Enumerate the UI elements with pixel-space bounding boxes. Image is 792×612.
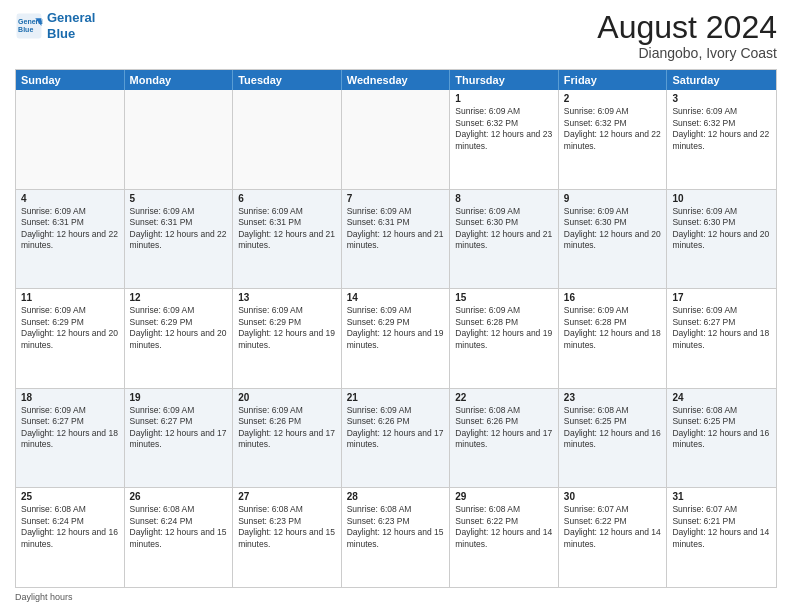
- day-detail: Sunrise: 6:09 AMSunset: 6:31 PMDaylight:…: [347, 206, 445, 252]
- day-number: 7: [347, 193, 445, 204]
- day-number: 4: [21, 193, 119, 204]
- table-row: 22 Sunrise: 6:08 AMSunset: 6:26 PMDaylig…: [450, 389, 559, 488]
- day-number: 8: [455, 193, 553, 204]
- day-number: 5: [130, 193, 228, 204]
- day-detail: Sunrise: 6:09 AMSunset: 6:32 PMDaylight:…: [455, 106, 553, 152]
- footer-note: Daylight hours: [15, 592, 777, 602]
- day-number: 31: [672, 491, 771, 502]
- table-row: 27 Sunrise: 6:08 AMSunset: 6:23 PMDaylig…: [233, 488, 342, 587]
- header: General Blue General Blue August 2024 Di…: [15, 10, 777, 61]
- day-number: 13: [238, 292, 336, 303]
- day-number: 24: [672, 392, 771, 403]
- table-row: 3 Sunrise: 6:09 AMSunset: 6:32 PMDayligh…: [667, 90, 776, 189]
- day-number: 25: [21, 491, 119, 502]
- logo-line2: Blue: [47, 26, 75, 41]
- logo-text: General Blue: [47, 10, 95, 41]
- day-number: 15: [455, 292, 553, 303]
- table-row: [125, 90, 234, 189]
- table-row: 24 Sunrise: 6:08 AMSunset: 6:25 PMDaylig…: [667, 389, 776, 488]
- day-detail: Sunrise: 6:09 AMSunset: 6:32 PMDaylight:…: [564, 106, 662, 152]
- table-row: 8 Sunrise: 6:09 AMSunset: 6:30 PMDayligh…: [450, 190, 559, 289]
- table-row: 15 Sunrise: 6:09 AMSunset: 6:28 PMDaylig…: [450, 289, 559, 388]
- day-number: 29: [455, 491, 553, 502]
- table-row: [16, 90, 125, 189]
- day-number: 20: [238, 392, 336, 403]
- day-number: 6: [238, 193, 336, 204]
- day-detail: Sunrise: 6:09 AMSunset: 6:28 PMDaylight:…: [455, 305, 553, 351]
- title-block: August 2024 Diangobo, Ivory Coast: [597, 10, 777, 61]
- day-number: 30: [564, 491, 662, 502]
- table-row: 25 Sunrise: 6:08 AMSunset: 6:24 PMDaylig…: [16, 488, 125, 587]
- day-number: 10: [672, 193, 771, 204]
- day-number: 1: [455, 93, 553, 104]
- day-detail: Sunrise: 6:09 AMSunset: 6:30 PMDaylight:…: [455, 206, 553, 252]
- day-detail: Sunrise: 6:09 AMSunset: 6:31 PMDaylight:…: [238, 206, 336, 252]
- col-tuesday: Tuesday: [233, 70, 342, 90]
- calendar-subtitle: Diangobo, Ivory Coast: [597, 45, 777, 61]
- table-row: 5 Sunrise: 6:09 AMSunset: 6:31 PMDayligh…: [125, 190, 234, 289]
- day-detail: Sunrise: 6:09 AMSunset: 6:26 PMDaylight:…: [347, 405, 445, 451]
- day-detail: Sunrise: 6:08 AMSunset: 6:25 PMDaylight:…: [672, 405, 771, 451]
- table-row: 21 Sunrise: 6:09 AMSunset: 6:26 PMDaylig…: [342, 389, 451, 488]
- day-number: 9: [564, 193, 662, 204]
- day-detail: Sunrise: 6:09 AMSunset: 6:30 PMDaylight:…: [672, 206, 771, 252]
- table-row: 30 Sunrise: 6:07 AMSunset: 6:22 PMDaylig…: [559, 488, 668, 587]
- col-saturday: Saturday: [667, 70, 776, 90]
- table-row: 12 Sunrise: 6:09 AMSunset: 6:29 PMDaylig…: [125, 289, 234, 388]
- table-row: [342, 90, 451, 189]
- day-number: 16: [564, 292, 662, 303]
- calendar-body: 1 Sunrise: 6:09 AMSunset: 6:32 PMDayligh…: [16, 90, 776, 587]
- day-detail: Sunrise: 6:07 AMSunset: 6:21 PMDaylight:…: [672, 504, 771, 550]
- table-row: 19 Sunrise: 6:09 AMSunset: 6:27 PMDaylig…: [125, 389, 234, 488]
- day-detail: Sunrise: 6:07 AMSunset: 6:22 PMDaylight:…: [564, 504, 662, 550]
- day-number: 19: [130, 392, 228, 403]
- table-row: 31 Sunrise: 6:07 AMSunset: 6:21 PMDaylig…: [667, 488, 776, 587]
- day-detail: Sunrise: 6:09 AMSunset: 6:27 PMDaylight:…: [130, 405, 228, 451]
- day-number: 14: [347, 292, 445, 303]
- day-detail: Sunrise: 6:09 AMSunset: 6:26 PMDaylight:…: [238, 405, 336, 451]
- table-row: 1 Sunrise: 6:09 AMSunset: 6:32 PMDayligh…: [450, 90, 559, 189]
- table-row: 13 Sunrise: 6:09 AMSunset: 6:29 PMDaylig…: [233, 289, 342, 388]
- day-detail: Sunrise: 6:08 AMSunset: 6:24 PMDaylight:…: [21, 504, 119, 550]
- cal-week-row: 1 Sunrise: 6:09 AMSunset: 6:32 PMDayligh…: [16, 90, 776, 189]
- cal-week-row: 18 Sunrise: 6:09 AMSunset: 6:27 PMDaylig…: [16, 388, 776, 488]
- col-monday: Monday: [125, 70, 234, 90]
- day-number: 11: [21, 292, 119, 303]
- logo-line1: General: [47, 10, 95, 25]
- table-row: 2 Sunrise: 6:09 AMSunset: 6:32 PMDayligh…: [559, 90, 668, 189]
- day-detail: Sunrise: 6:09 AMSunset: 6:27 PMDaylight:…: [21, 405, 119, 451]
- day-detail: Sunrise: 6:09 AMSunset: 6:27 PMDaylight:…: [672, 305, 771, 351]
- table-row: 20 Sunrise: 6:09 AMSunset: 6:26 PMDaylig…: [233, 389, 342, 488]
- col-friday: Friday: [559, 70, 668, 90]
- day-detail: Sunrise: 6:09 AMSunset: 6:31 PMDaylight:…: [130, 206, 228, 252]
- day-detail: Sunrise: 6:09 AMSunset: 6:28 PMDaylight:…: [564, 305, 662, 351]
- table-row: 26 Sunrise: 6:08 AMSunset: 6:24 PMDaylig…: [125, 488, 234, 587]
- calendar-title: August 2024: [597, 10, 777, 45]
- table-row: 6 Sunrise: 6:09 AMSunset: 6:31 PMDayligh…: [233, 190, 342, 289]
- day-detail: Sunrise: 6:08 AMSunset: 6:23 PMDaylight:…: [238, 504, 336, 550]
- day-detail: Sunrise: 6:08 AMSunset: 6:26 PMDaylight:…: [455, 405, 553, 451]
- cal-week-row: 4 Sunrise: 6:09 AMSunset: 6:31 PMDayligh…: [16, 189, 776, 289]
- table-row: 9 Sunrise: 6:09 AMSunset: 6:30 PMDayligh…: [559, 190, 668, 289]
- table-row: 18 Sunrise: 6:09 AMSunset: 6:27 PMDaylig…: [16, 389, 125, 488]
- day-detail: Sunrise: 6:09 AMSunset: 6:29 PMDaylight:…: [130, 305, 228, 351]
- day-number: 26: [130, 491, 228, 502]
- cal-week-row: 25 Sunrise: 6:08 AMSunset: 6:24 PMDaylig…: [16, 487, 776, 587]
- col-sunday: Sunday: [16, 70, 125, 90]
- svg-text:Blue: Blue: [18, 26, 33, 33]
- table-row: 29 Sunrise: 6:08 AMSunset: 6:22 PMDaylig…: [450, 488, 559, 587]
- table-row: 17 Sunrise: 6:09 AMSunset: 6:27 PMDaylig…: [667, 289, 776, 388]
- table-row: 4 Sunrise: 6:09 AMSunset: 6:31 PMDayligh…: [16, 190, 125, 289]
- day-detail: Sunrise: 6:09 AMSunset: 6:29 PMDaylight:…: [347, 305, 445, 351]
- day-detail: Sunrise: 6:08 AMSunset: 6:24 PMDaylight:…: [130, 504, 228, 550]
- day-number: 21: [347, 392, 445, 403]
- cal-week-row: 11 Sunrise: 6:09 AMSunset: 6:29 PMDaylig…: [16, 288, 776, 388]
- col-wednesday: Wednesday: [342, 70, 451, 90]
- table-row: 11 Sunrise: 6:09 AMSunset: 6:29 PMDaylig…: [16, 289, 125, 388]
- table-row: 10 Sunrise: 6:09 AMSunset: 6:30 PMDaylig…: [667, 190, 776, 289]
- day-detail: Sunrise: 6:09 AMSunset: 6:29 PMDaylight:…: [238, 305, 336, 351]
- day-detail: Sunrise: 6:08 AMSunset: 6:25 PMDaylight:…: [564, 405, 662, 451]
- table-row: 7 Sunrise: 6:09 AMSunset: 6:31 PMDayligh…: [342, 190, 451, 289]
- day-number: 3: [672, 93, 771, 104]
- table-row: [233, 90, 342, 189]
